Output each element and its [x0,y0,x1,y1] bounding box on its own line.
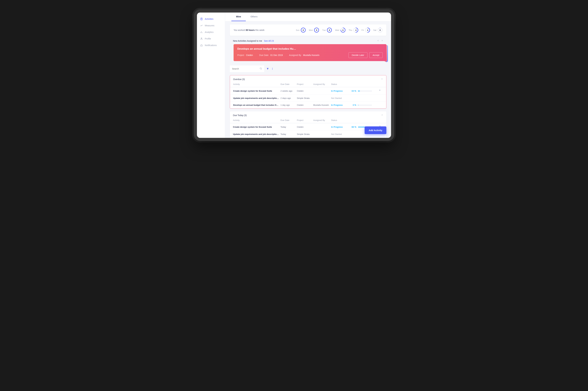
more-icon[interactable] [271,68,274,70]
sidebar-item-label: Profile [205,37,211,40]
row-percent: 15 % [347,90,356,92]
day-label: Sat [373,29,376,31]
tab-others[interactable]: Others [246,12,262,21]
col-activity: Activity [233,83,279,85]
day-ring: 4 [353,28,358,33]
row-assigned: Mustafa Hussein [313,104,330,106]
day-value: 4 [367,29,368,31]
table-row[interactable]: Create design system for Exceed Suite 2 … [230,87,386,95]
bars-icon [200,31,203,33]
collapse-button[interactable] [381,78,383,81]
row-due: Today [281,126,295,128]
collapse-button[interactable] [381,114,383,116]
new-activities-header: New Activities Assigned to me See All 23 [230,39,386,42]
day-label: Mon [309,29,313,31]
col-assigned: Assigned By [313,119,330,121]
search-input[interactable] [232,68,260,70]
table-row[interactable]: Update job requirements and job descript… [230,95,386,101]
see-all-link[interactable]: See All 23 [264,40,274,42]
row-activity: Update job requirements and job descript… [233,133,279,135]
row-percent: 66 % [348,126,357,128]
card-due-date: Due Date 01 Dec 2019 [259,54,283,56]
clipboard-icon [200,17,203,20]
sidebar: Activities Measures Analytics Profile [197,12,225,138]
row-project: Simple Strata [297,133,312,135]
card-assigned-by: Assigned By Mustafa Hussein [289,54,319,56]
sidebar-item-label: Analytics [205,31,214,33]
search-box[interactable] [230,66,264,72]
col-status: Status [331,83,346,85]
week-text: You worked 39 hours this week [233,29,264,31]
sidebar-item-label: Notifications [205,44,217,47]
row-project: Cieden [297,90,311,92]
svg-point-17 [272,68,273,68]
sidebar-item-notifications[interactable]: Notifications [197,42,225,49]
day-label: Fri [362,29,364,31]
col-due: Due Date [281,83,295,85]
decide-later-button[interactable]: Decide Later [349,52,368,58]
row-due: 1 day ago [281,104,295,106]
day-item: Wed 6 [335,28,346,33]
row-activity: Update job requirements and job descript… [233,97,279,99]
new-activities-title: New Activities Assigned to me [233,40,262,42]
table-row[interactable]: Develops an annual budget that includes … [230,101,386,108]
row-due: 2 weeks ago [281,90,295,92]
row-project: Simple Strata [297,97,311,99]
col-assigned: Assigned By [313,83,330,85]
week-summary-card: You worked 39 hours this week Sun 8 Mon … [230,24,386,36]
col-project: Project [297,83,311,85]
trend-icon [200,24,203,27]
day-item: Tue 8 [322,28,332,33]
day-label: Wed [335,29,339,31]
days-row: Sun 8 Mon 9 Tue 8 Wed 6 Thu 4 Fri 4 Sa [296,28,383,33]
row-status: In Progress [331,90,346,92]
day-item: Sun 8 [296,28,306,33]
flag-icon[interactable] [379,90,383,93]
sidebar-item-activities[interactable]: Activities [197,16,225,22]
next-card-button[interactable] [381,39,383,42]
day-ring: 6 [341,28,346,33]
table-row[interactable]: Develops an annual budget that includes … [230,138,386,138]
progress-bar [358,105,372,105]
accept-button[interactable]: Accept [369,52,383,58]
day-ring: 4 [365,28,370,33]
progress-bar [358,91,372,91]
activity-section: Overdue (3) Activity Due Date Project As… [230,75,386,108]
card-project: Project Cieden [237,54,253,56]
day-item: Thu 4 [349,28,358,33]
day-value: 0 [379,29,380,31]
row-activity: Develops an annual budget that includes … [233,104,279,106]
day-ring: 0 [378,28,383,33]
svg-point-1 [201,38,202,39]
table-header: Activity Due Date Project Assigned By St… [230,83,386,87]
row-status: In Progress [331,104,346,106]
table-row[interactable]: Update job requirements and job descript… [230,131,386,138]
new-activity-card: Develops an annual budget that includes … [233,44,386,61]
table-row[interactable]: Create design system for Exceed Suite To… [230,123,386,131]
bell-icon [200,44,203,47]
day-ring: 8 [301,28,306,33]
tab-mine[interactable]: Mine [231,12,246,21]
day-label: Thu [349,29,352,31]
prev-card-button[interactable] [377,39,379,42]
sidebar-item-label: Activities [205,18,213,20]
day-item: Sat 0 [373,28,383,33]
sidebar-item-analytics[interactable]: Analytics [197,29,225,35]
day-value: 8 [329,29,330,31]
user-icon [200,37,203,40]
sidebar-item-profile[interactable]: Profile [197,35,225,42]
sidebar-item-label: Measures [205,24,214,27]
svg-point-18 [272,69,273,69]
filter-icon[interactable] [266,68,269,70]
col-activity: Activity [233,119,279,121]
row-project: Cieden [297,126,312,128]
row-due: Today [281,133,295,135]
day-ring: 8 [327,28,332,33]
day-ring: 9 [314,28,319,33]
day-value: 6 [342,29,344,31]
sidebar-item-measures[interactable]: Measures [197,22,225,29]
row-status: Not Started [331,97,346,99]
add-activity-button[interactable]: Add Activity [365,126,386,134]
svg-point-19 [272,69,273,70]
col-status: Status [331,119,346,121]
